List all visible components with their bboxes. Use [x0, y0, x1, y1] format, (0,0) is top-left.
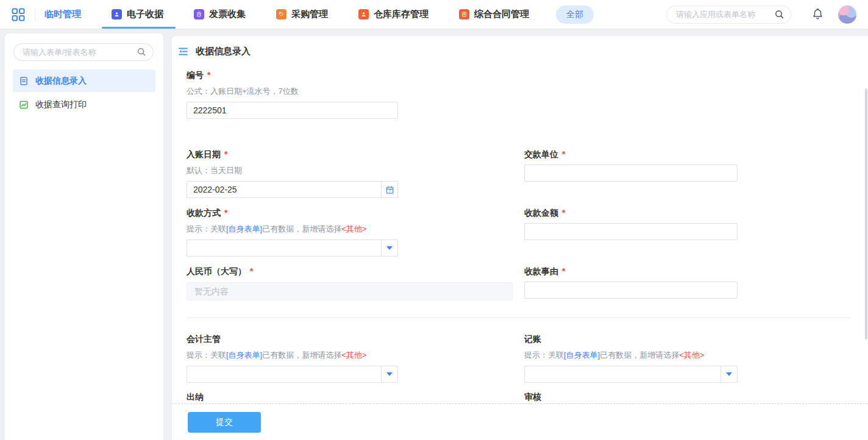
- bookkeeping-value[interactable]: [525, 366, 720, 382]
- tab-invoice-collection[interactable]: 发票收集: [194, 0, 246, 29]
- receipt-app-icon: [112, 9, 122, 20]
- field-label: 会计主管: [187, 334, 221, 344]
- amount-input[interactable]: [524, 223, 738, 240]
- hint-other: <其他>: [341, 224, 366, 233]
- tab-label: 综合合同管理: [474, 9, 529, 20]
- accounting-supervisor-value[interactable]: [187, 366, 381, 382]
- field-label: 收款金额: [524, 208, 558, 218]
- field-helper: 提示：关联[自身表单]已有数据，新增请选择<其他>: [187, 224, 524, 235]
- tab-contract-management[interactable]: 综合合同管理: [459, 0, 529, 29]
- payment-method-select[interactable]: [187, 240, 398, 257]
- menu-fold-icon[interactable]: [177, 46, 189, 57]
- required-mark: *: [562, 149, 565, 159]
- reason-input[interactable]: [524, 282, 738, 299]
- bell-icon[interactable]: [812, 8, 824, 21]
- submit-button[interactable]: 提交: [188, 412, 261, 433]
- payment-method-value[interactable]: [187, 240, 381, 256]
- contract-app-icon: [459, 9, 469, 20]
- apps-grid-icon[interactable]: [11, 7, 26, 22]
- chart-icon: [19, 100, 29, 110]
- hint-other: <其他>: [679, 350, 704, 360]
- field-label: 审核: [524, 392, 541, 402]
- tab-label: 采购管理: [291, 9, 328, 20]
- document-icon: [19, 76, 29, 86]
- tab-label: 发票收集: [209, 9, 246, 20]
- chevron-down-icon[interactable]: [381, 240, 397, 256]
- main-panel: 收据信息录入 编号* 公式：入账日期+流水号，7位数 入账日期* 默认：当天日期: [172, 36, 868, 440]
- field-label: 收款方式: [187, 208, 221, 218]
- chevron-down-icon[interactable]: [720, 366, 737, 382]
- field-label: 入账日期: [187, 149, 221, 159]
- tab-purchase-management[interactable]: 采购管理: [276, 0, 328, 29]
- field-accounting-supervisor: 会计主管 提示：关联[自身表单]已有数据，新增请选择<其他>: [187, 333, 524, 383]
- field-payment-method: 收款方式* 提示：关联[自身表单]已有数据，新增请选择<其他>: [187, 207, 524, 257]
- field-label: 交款单位: [524, 149, 558, 159]
- vertical-scrollbar[interactable]: [865, 88, 867, 339]
- date-picker-field: 7: [187, 181, 398, 198]
- svg-text:7: 7: [388, 188, 391, 193]
- sidebar-item-receipt-print[interactable]: 收据查询打印: [13, 93, 155, 116]
- field-bookkeeping: 记账 提示：关联[自身表单]已有数据，新增请选择<其他>: [524, 333, 738, 383]
- warehouse-app-icon: [358, 9, 369, 20]
- hint-form-link: [自身表单]: [226, 224, 262, 233]
- sidebar-search-input[interactable]: [13, 43, 154, 61]
- sidebar: 收据信息录入 收据查询打印: [5, 34, 163, 440]
- nav-app-menu[interactable]: 临时管理: [44, 9, 81, 20]
- purchase-app-icon: [276, 9, 286, 20]
- field-reason: 收款事由*: [524, 265, 738, 299]
- field-helper: 默认：当天日期: [187, 165, 524, 176]
- chevron-down-icon[interactable]: [381, 366, 397, 382]
- field-label: 人民币（大写）: [187, 266, 246, 276]
- all-apps-badge[interactable]: 全部: [556, 5, 594, 24]
- tab-electronic-receipt[interactable]: 电子收据: [112, 0, 163, 29]
- field-amount: 收款金额*: [524, 207, 738, 240]
- accounting-supervisor-select[interactable]: [187, 366, 398, 383]
- required-mark: *: [250, 266, 253, 276]
- page-title: 收据信息录入: [196, 46, 251, 57]
- required-mark: *: [224, 149, 227, 159]
- field-label: 收款事由: [524, 266, 558, 276]
- required-mark: *: [562, 266, 565, 276]
- nav-divider: [35, 9, 35, 21]
- form-footer: 提交: [172, 403, 868, 440]
- search-icon[interactable]: [774, 9, 784, 21]
- section-divider: [187, 318, 850, 318]
- field-helper: 提示：关联[自身表单]已有数据，新增请选择<其他>: [187, 350, 524, 361]
- field-helper: 公式：入账日期+流水号，7位数: [187, 86, 853, 97]
- hint-form-link: [自身表单]: [226, 350, 262, 360]
- tab-label: 电子收据: [127, 9, 163, 20]
- tab-label: 仓库库存管理: [374, 9, 429, 20]
- field-payer-unit: 交款单位*: [524, 148, 738, 182]
- sidebar-item-label: 收据信息录入: [35, 76, 87, 87]
- sidebar-item-receipt-entry[interactable]: 收据信息录入: [13, 69, 155, 92]
- calendar-icon[interactable]: 7: [381, 182, 397, 197]
- hint-form-link: [自身表单]: [564, 350, 600, 360]
- field-cashier: 出纳: [187, 391, 524, 403]
- nav-search: [666, 5, 791, 24]
- required-mark: *: [207, 70, 210, 80]
- field-label: 出纳: [187, 392, 204, 402]
- sidebar-item-label: 收据查询打印: [35, 99, 87, 110]
- required-mark: *: [224, 208, 227, 218]
- number-input[interactable]: [187, 102, 398, 119]
- rmb-caps-input: [187, 282, 513, 300]
- entry-date-input[interactable]: [187, 182, 381, 197]
- field-rmb-caps: 人民币（大写）*: [187, 265, 524, 300]
- tab-warehouse-inventory[interactable]: 仓库库存管理: [358, 0, 429, 29]
- field-helper: 提示：关联[自身表单]已有数据，新增请选择<其他>: [524, 350, 738, 361]
- field-entry-date: 入账日期* 默认：当天日期 7: [187, 148, 524, 198]
- bookkeeping-select[interactable]: [524, 366, 738, 383]
- field-number: 编号* 公式：入账日期+流水号，7位数: [187, 69, 853, 119]
- page-header: 收据信息录入: [172, 36, 868, 60]
- search-icon[interactable]: [137, 47, 146, 59]
- hint-other: <其他>: [341, 350, 366, 360]
- field-label: 编号: [187, 70, 204, 80]
- sidebar-search: [13, 43, 154, 61]
- invoice-app-icon: [194, 9, 204, 20]
- nav-search-input[interactable]: [666, 5, 791, 24]
- user-avatar[interactable]: [838, 5, 856, 24]
- field-auditor: 审核: [524, 391, 738, 403]
- top-navbar: 临时管理 电子收据 发票收集 采购管理 仓库库存管理 综合合同管理 全部: [0, 0, 868, 29]
- field-label: 记账: [524, 334, 541, 344]
- payer-unit-input[interactable]: [524, 165, 738, 182]
